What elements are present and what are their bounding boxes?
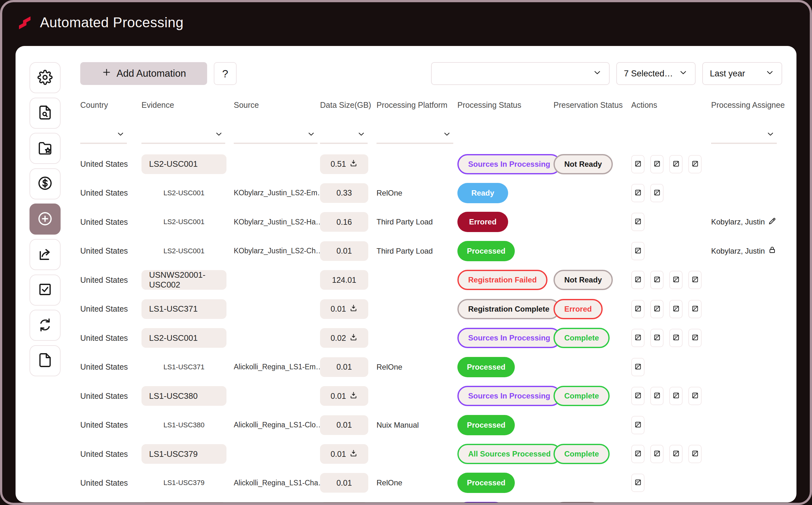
help-button[interactable]: ? (214, 62, 237, 85)
evidence-chip[interactable]: LS1-USC380 (141, 386, 227, 406)
action-button[interactable] (631, 474, 645, 492)
data-size-cell (320, 497, 368, 502)
processing-status-badge[interactable]: Sources In Processing (457, 154, 561, 174)
data-size-chip[interactable]: 0.01 (320, 386, 368, 406)
processing-status-badge[interactable]: Processed (457, 415, 515, 435)
evidence-chip[interactable]: LS2-USC001 (141, 328, 227, 348)
action-button[interactable] (650, 387, 664, 405)
action-button[interactable] (631, 358, 645, 376)
processing-status-badge[interactable] (457, 502, 505, 502)
action-button[interactable] (688, 155, 702, 173)
action-button[interactable] (669, 271, 683, 289)
filter-chevron-down-icon-processing-platform[interactable] (442, 130, 451, 140)
actions-cell (631, 208, 645, 236)
case-filter-dropdown[interactable] (431, 62, 610, 85)
pencil-icon[interactable] (768, 217, 777, 227)
broken-image-icon (672, 450, 680, 458)
data-size-value: 0.01 (330, 450, 346, 459)
data-size-cell: 0.51 (320, 150, 368, 178)
action-button[interactable] (688, 300, 702, 318)
processing-status-badge[interactable]: Sources In Processing (457, 328, 561, 348)
action-button[interactable] (650, 271, 664, 289)
filter-input-data-size-gb-[interactable] (320, 143, 368, 144)
data-size-chip[interactable]: 0.01 (320, 444, 368, 464)
action-button[interactable] (631, 213, 645, 231)
period-filter-dropdown[interactable]: Last year (702, 62, 782, 85)
filter-chevron-down-icon-source[interactable] (307, 130, 315, 140)
evidence-chip[interactable]: LS1-USC379 (141, 444, 227, 464)
source-label: Alickolli_Regina_LS1-Clo… (234, 410, 323, 440)
action-button[interactable] (650, 155, 664, 173)
filter-input-processing-assignee[interactable] (711, 143, 777, 144)
action-button[interactable] (631, 184, 645, 202)
action-button[interactable] (688, 271, 702, 289)
action-button[interactable] (688, 329, 702, 347)
action-button[interactable] (631, 300, 645, 318)
download-icon[interactable] (349, 304, 358, 314)
data-size-cell: 0.01 (320, 236, 368, 265)
processing-status-badge[interactable]: Errored (457, 212, 508, 232)
table-row: United StatesLS1-USC371Alickolli_Regina_… (16, 352, 796, 381)
evidence-chip[interactable] (141, 502, 227, 502)
processing-status-badge[interactable]: Sources In Processing (457, 386, 561, 406)
processing-status-badge[interactable]: Processed (457, 473, 515, 493)
download-icon[interactable] (349, 449, 358, 459)
action-button[interactable] (631, 155, 645, 173)
processing-status-badge[interactable]: Ready (457, 183, 508, 203)
processing-status-badge[interactable]: All Sources Processed (457, 444, 561, 464)
action-button[interactable] (688, 445, 702, 463)
action-button[interactable] (631, 329, 645, 347)
table-row: United StatesLS2-USC0010.02Sources In Pr… (16, 324, 796, 352)
sidebar-item-file-search[interactable] (29, 98, 60, 129)
sidebar-item-gear[interactable] (29, 62, 60, 93)
broken-image-icon (672, 391, 680, 400)
data-size-chip[interactable]: 0.02 (320, 328, 368, 348)
preservation-status-badge: Not Ready (553, 154, 613, 174)
data-size-cell: 0.01 (320, 440, 368, 469)
action-button[interactable] (631, 387, 645, 405)
processing-status-badge[interactable]: Registration Complete (457, 299, 560, 319)
action-button[interactable] (631, 445, 645, 463)
action-button[interactable] (688, 387, 702, 405)
action-button[interactable] (650, 445, 664, 463)
processing-status-badge[interactable]: Processed (457, 241, 515, 261)
evidence-chip[interactable]: LS1-USC371 (141, 299, 227, 319)
action-button[interactable] (650, 300, 664, 318)
action-button[interactable] (669, 155, 683, 173)
filter-input-source[interactable] (234, 143, 317, 144)
evidence-chip[interactable]: LS2-USC001 (141, 154, 227, 174)
action-button[interactable] (631, 416, 645, 434)
download-icon[interactable] (349, 159, 358, 169)
filter-chevron-down-icon-data-size-gb-[interactable] (357, 130, 366, 140)
country-cell: United States (80, 150, 128, 178)
evidence-chip[interactable]: USNWS20001-USC002 (141, 270, 227, 290)
filter-input-country[interactable] (80, 143, 127, 144)
add-automation-label: Add Automation (117, 68, 186, 79)
processing-status-badge[interactable]: Registration Failed (457, 270, 547, 290)
action-button[interactable] (669, 387, 683, 405)
actions-cell (631, 266, 702, 295)
status-filter-dropdown[interactable]: 7 Selected… (616, 62, 696, 85)
action-button[interactable] (631, 242, 645, 260)
filter-chevron-down-icon-country[interactable] (116, 130, 125, 140)
action-button[interactable] (650, 184, 664, 202)
country-cell: United States (80, 236, 128, 265)
data-size-chip[interactable]: 0.01 (320, 299, 368, 319)
processing-status-badge[interactable]: Processed (457, 357, 515, 377)
filter-chevron-down-icon-processing-assignee[interactable] (766, 130, 775, 140)
download-icon[interactable] (349, 391, 358, 401)
download-icon[interactable] (349, 333, 358, 343)
action-button[interactable] (669, 300, 683, 318)
data-size-value: 0.02 (330, 334, 346, 343)
add-automation-button[interactable]: Add Automation (80, 62, 207, 85)
action-button[interactable] (669, 329, 683, 347)
data-size-chip[interactable]: 0.51 (320, 154, 368, 174)
filter-chevron-down-icon-evidence[interactable] (215, 130, 223, 140)
action-button[interactable] (669, 445, 683, 463)
action-button[interactable] (650, 329, 664, 347)
action-button[interactable] (631, 271, 645, 289)
filter-input-evidence[interactable] (141, 143, 225, 144)
filter-input-processing-platform[interactable] (377, 143, 453, 144)
source-label: KObylarz_Justin_LS2-Ha… (234, 208, 323, 236)
broken-image-icon (691, 450, 699, 458)
